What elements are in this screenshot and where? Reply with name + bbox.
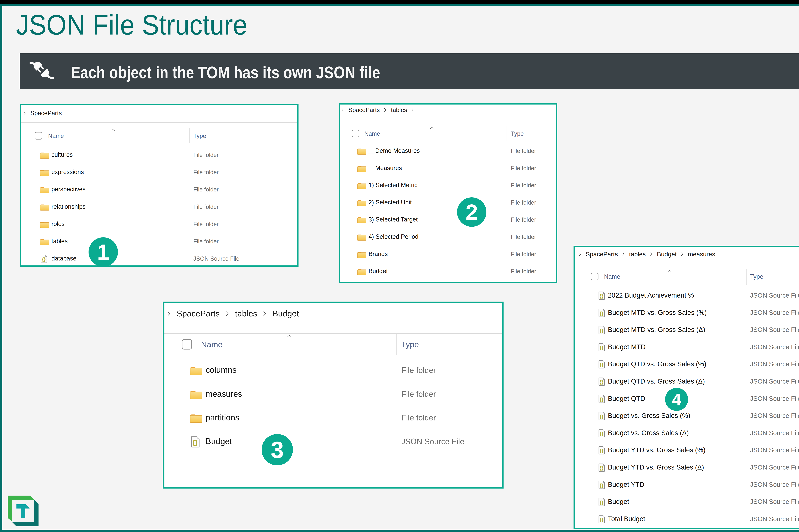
svg-text:{}: {} bbox=[193, 439, 198, 446]
svg-text:{}: {} bbox=[600, 431, 603, 436]
svg-text:{}: {} bbox=[600, 500, 603, 505]
svg-text:{}: {} bbox=[600, 362, 603, 367]
svg-text:{}: {} bbox=[600, 345, 603, 350]
svg-text:{}: {} bbox=[600, 397, 603, 402]
svg-text:{}: {} bbox=[600, 379, 603, 385]
svg-text:{}: {} bbox=[42, 256, 46, 262]
svg-text:{}: {} bbox=[600, 328, 603, 333]
svg-text:{}: {} bbox=[600, 448, 603, 453]
svg-text:{}: {} bbox=[600, 293, 603, 299]
svg-text:{}: {} bbox=[600, 482, 603, 488]
svg-text:{}: {} bbox=[600, 517, 603, 522]
svg-text:{}: {} bbox=[600, 466, 603, 471]
svg-text:{}: {} bbox=[600, 414, 603, 419]
svg-text:{}: {} bbox=[600, 311, 603, 316]
